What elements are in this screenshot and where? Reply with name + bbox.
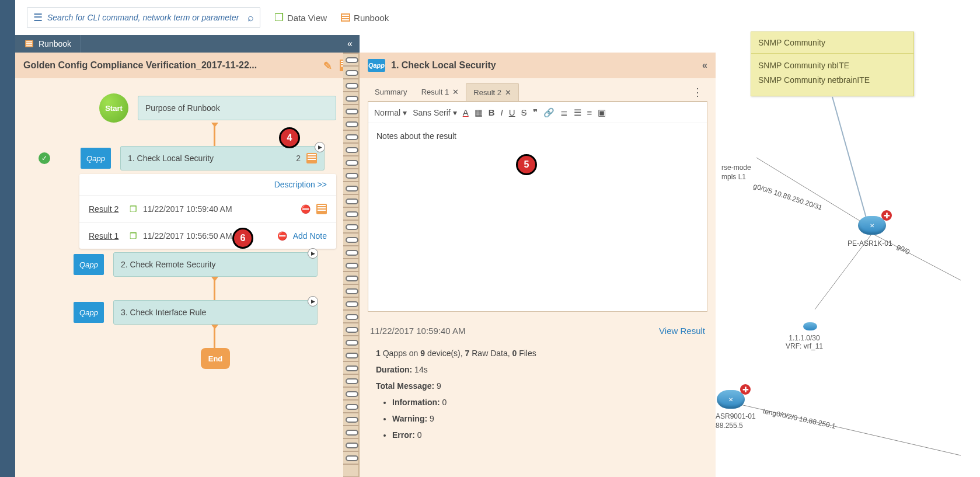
tab-result-2[interactable]: Result 2✕ (466, 83, 519, 101)
select-value: Sans Serif (413, 108, 451, 117)
ordered-list-icon[interactable]: ≣ (560, 107, 568, 118)
runbook-label: Runbook (354, 13, 389, 23)
purpose-box[interactable]: Purpose of Runbook (138, 96, 336, 120)
runbook-title: Golden Config Compliance Verification_20… (23, 60, 257, 71)
qapp-icon: Qapp (368, 59, 385, 72)
unordered-list-icon[interactable]: ☰ (574, 107, 581, 118)
tab-runbook[interactable]: Runbook (15, 35, 81, 53)
editor-toolbar: Normal▾ Sans Serif▾ A ▦ B I U S ❞ 🔗 ≣ ☰ … (368, 102, 707, 123)
detail-header: Qapp 1. Check Local Security « (360, 53, 716, 78)
tab-label: Summary (375, 88, 407, 96)
list-icon (25, 40, 33, 47)
step-3[interactable]: 3. Check Interface Rule ▶ (113, 300, 318, 325)
detail-panel: Qapp 1. Check Local Security « Summary R… (360, 53, 716, 477)
quote-icon[interactable]: ❞ (533, 107, 538, 118)
step-2[interactable]: 2. Check Remote Security ▶ (113, 252, 318, 277)
annotation-5: 5 (516, 154, 537, 175)
run-step-icon[interactable]: ▶ (308, 248, 318, 259)
run-step-icon[interactable]: ▶ (308, 296, 318, 307)
result-name[interactable]: Result 2 (89, 204, 124, 214)
description-link[interactable]: Description >> (79, 174, 336, 195)
editor-content[interactable]: Notes about the result (368, 123, 707, 311)
collapse-panel-icon[interactable]: « (340, 39, 360, 49)
step-1[interactable]: 1. Check Local Security 2 ▶ (120, 146, 325, 170)
router-pe-asr1k[interactable] (858, 216, 886, 235)
annotation-4: 4 (279, 127, 300, 148)
font-family-select[interactable]: Sans Serif▾ (413, 108, 457, 117)
runbook-header: Golden Config Compliance Verification_20… (15, 53, 360, 78)
paragraph-style-select[interactable]: Normal▾ (374, 108, 407, 117)
detail-title: 1. Check Local Security (391, 60, 496, 71)
note-editor: Normal▾ Sans Serif▾ A ▦ B I U S ❞ 🔗 ≣ ☰ … (368, 102, 707, 312)
data-view-label: Data View (287, 13, 327, 23)
end-label: End (208, 354, 223, 363)
qapp-icon: Qapp (74, 254, 104, 275)
italic-icon[interactable]: I (501, 107, 503, 117)
close-tab-icon[interactable]: ✕ (452, 88, 459, 96)
summary-total: Total Message: 9 (376, 378, 699, 394)
start-label: Start (105, 104, 123, 113)
search-input[interactable] (47, 13, 247, 22)
burger-icon[interactable]: ☰ (33, 11, 43, 24)
align-icon[interactable]: ≡ (587, 107, 592, 117)
runbook-flow: Start Purpose of Runbook ✓ Qapp 1. Check… (15, 78, 360, 477)
note-icon[interactable] (306, 153, 317, 163)
device-label: PE-ASR1K-01 (848, 239, 892, 248)
annotation-6: 6 (232, 228, 253, 249)
tab-summary[interactable]: Summary (368, 83, 414, 101)
panel-tabbar: Runbook « (15, 35, 360, 53)
router-asr9001[interactable] (717, 390, 745, 409)
data-view-button[interactable]: ❒ Data View (274, 11, 327, 24)
start-node[interactable]: Start (99, 93, 128, 123)
result-timestamp: 11/22/2017 10:56:50 AM (143, 231, 232, 241)
link-icon[interactable]: 🔗 (543, 107, 554, 118)
add-note-link[interactable]: Add Note (293, 231, 327, 241)
bold-icon[interactable]: B (489, 107, 495, 117)
strike-icon[interactable]: S (521, 107, 527, 117)
more-menu-icon[interactable]: ⋮ (688, 86, 707, 99)
underline-icon[interactable]: U (509, 107, 515, 117)
step-ok-icon: ✓ (39, 152, 50, 164)
switch-icon[interactable] (803, 322, 817, 330)
font-color-icon[interactable]: A (463, 107, 469, 117)
alert-icon: ⛔ (301, 204, 311, 214)
collapse-detail-icon[interactable]: « (702, 60, 707, 71)
qapp-label: Qapp (79, 260, 98, 269)
tab-label: Result 2 (473, 88, 501, 97)
highlight-icon[interactable]: ▦ (475, 107, 483, 118)
left-nav-rail[interactable] (0, 0, 15, 477)
result-timestamp: 11/22/2017 10:59:40 AM (143, 204, 232, 214)
image-icon[interactable]: ▣ (598, 107, 606, 118)
interface-label: teng0/0/2/0 10.88.250.1 (762, 407, 836, 430)
tab-label: Result 1 (421, 88, 449, 96)
edit-icon[interactable]: ✎ (323, 60, 335, 71)
sticky-note[interactable]: SNMP Community SNMP Community nbITE SNMP… (751, 32, 914, 96)
note-icon[interactable] (316, 204, 327, 214)
link-label: rse-mode (721, 163, 751, 172)
result-row: Result 2 ❒ 11/22/2017 10:59:40 AM ⛔ (79, 195, 336, 222)
list-icon (341, 13, 350, 22)
end-node[interactable]: End (201, 348, 230, 369)
run-step-icon[interactable]: ▶ (315, 142, 325, 152)
qapp-label: Qapp (368, 62, 385, 69)
search-icon[interactable]: ⌕ (247, 12, 254, 24)
chevron-icon: ▾ (453, 108, 457, 117)
step-1-label: 1. Check Local Security (128, 154, 214, 163)
tab-result-1[interactable]: Result 1✕ (414, 83, 466, 101)
ip-label: 88.255.5 (716, 422, 743, 430)
detail-tabs: Summary Result 1✕ Result 2✕ ⋮ (368, 83, 707, 102)
view-result-link[interactable]: View Result (659, 326, 705, 336)
qapp-icon: Qapp (74, 302, 104, 323)
stack-icon: ❒ (274, 11, 284, 24)
summary-err: Error: 0 (392, 427, 699, 443)
close-tab-icon[interactable]: ✕ (505, 88, 511, 97)
svg-line-0 (832, 97, 867, 222)
device-alert-icon: ✚ (881, 210, 892, 221)
summary-info: Information: 0 (392, 394, 699, 410)
topology-map[interactable]: SNMP Community SNMP Community nbITE SNMP… (716, 0, 980, 477)
result-name[interactable]: Result 1 (89, 231, 124, 241)
runbook-button[interactable]: Runbook (341, 13, 389, 23)
select-value: Normal (374, 108, 400, 117)
stack-icon: ❒ (130, 231, 137, 241)
search-box[interactable]: ☰ ⌕ (27, 7, 260, 28)
